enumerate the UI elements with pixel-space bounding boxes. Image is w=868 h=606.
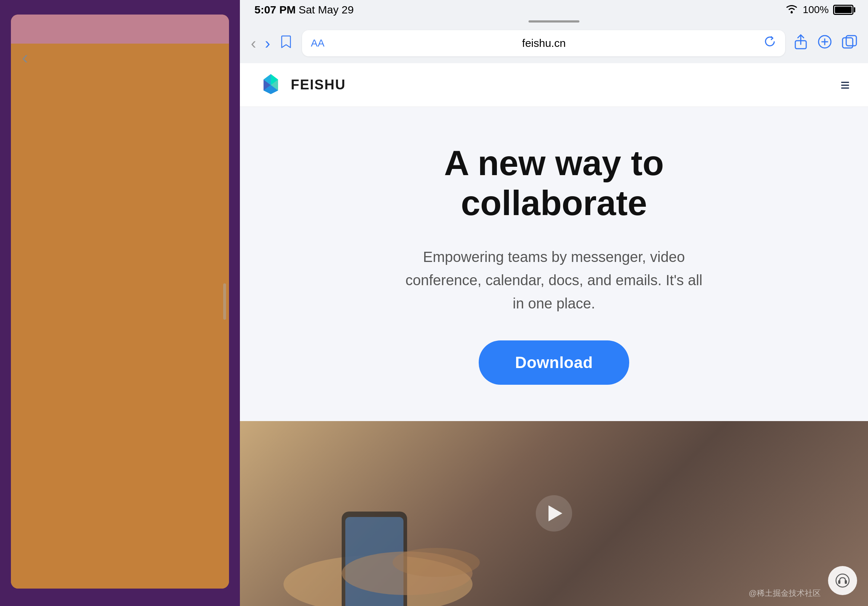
svg-point-0 <box>790 11 793 14</box>
hamburger-menu-button[interactable]: ≡ <box>840 76 850 94</box>
watermark-text: @稀土掘金技术社区 <box>749 588 821 599</box>
safari-browser: 5:07 PM Sat May 29 100% ‹ › <box>240 0 868 606</box>
feishu-brand-name: FEISHU <box>291 77 346 93</box>
add-tab-button[interactable] <box>818 35 832 52</box>
status-bar-left: 5:07 PM Sat May 29 <box>254 4 354 16</box>
battery-percentage: 100% <box>803 4 829 15</box>
video-thumbnail <box>269 482 524 606</box>
video-help-button[interactable] <box>828 566 857 595</box>
status-bar-right: 100% <box>785 4 854 16</box>
headset-icon <box>835 573 850 588</box>
hero-subtitle: Empowering teams by messenger, video con… <box>405 245 703 315</box>
wifi-icon <box>785 4 798 16</box>
previous-app-content <box>11 43 229 589</box>
play-icon <box>549 506 562 521</box>
reload-button[interactable] <box>763 35 777 52</box>
scrollbar[interactable] <box>223 283 226 320</box>
status-bar: 5:07 PM Sat May 29 100% <box>240 0 868 20</box>
bookmarks-icon[interactable] <box>279 34 293 52</box>
previous-app-header <box>11 14 229 43</box>
feishu-logo-icon <box>258 72 284 98</box>
download-button[interactable]: Download <box>479 340 629 385</box>
browser-action-buttons <box>794 34 857 53</box>
website-content: FEISHU ≡ A new way to collaborate Empowe… <box>240 63 868 606</box>
url-display[interactable]: feishu.cn <box>330 37 758 49</box>
svg-rect-16 <box>838 580 840 584</box>
battery-fill <box>835 6 852 13</box>
browser-toolbar: ‹ › AA feishu.cn <box>240 23 868 63</box>
share-button[interactable] <box>794 34 808 53</box>
svg-point-15 <box>836 574 849 587</box>
feishu-logo: FEISHU <box>258 72 346 98</box>
svg-rect-3 <box>843 38 853 48</box>
status-time: 5:07 PM <box>254 4 296 16</box>
app-switcher-panel: ‹ <box>0 0 240 606</box>
text-size-button[interactable]: AA <box>311 37 324 49</box>
video-section: @稀土掘金技术社区 <box>240 421 868 606</box>
hero-section: A new way to collaborate Empowering team… <box>240 107 868 421</box>
svg-point-14 <box>392 548 480 577</box>
address-bar[interactable]: AA feishu.cn <box>302 30 785 56</box>
tab-switcher-button[interactable] <box>842 35 857 52</box>
svg-rect-17 <box>845 580 847 584</box>
previous-app-card[interactable]: ‹ <box>11 14 229 589</box>
status-date: Sat May 29 <box>298 4 354 16</box>
feishu-navbar: FEISHU ≡ <box>240 63 868 107</box>
top-handle <box>240 20 868 23</box>
back-navigation-button[interactable]: ‹ <box>251 35 256 51</box>
battery-icon <box>833 5 854 15</box>
video-play-button[interactable] <box>536 495 572 532</box>
hero-title: A new way to collaborate <box>391 143 718 223</box>
back-button[interactable]: ‹ <box>22 46 28 68</box>
handle-bar <box>529 20 580 23</box>
svg-rect-4 <box>846 36 856 46</box>
forward-navigation-button[interactable]: › <box>265 35 270 51</box>
